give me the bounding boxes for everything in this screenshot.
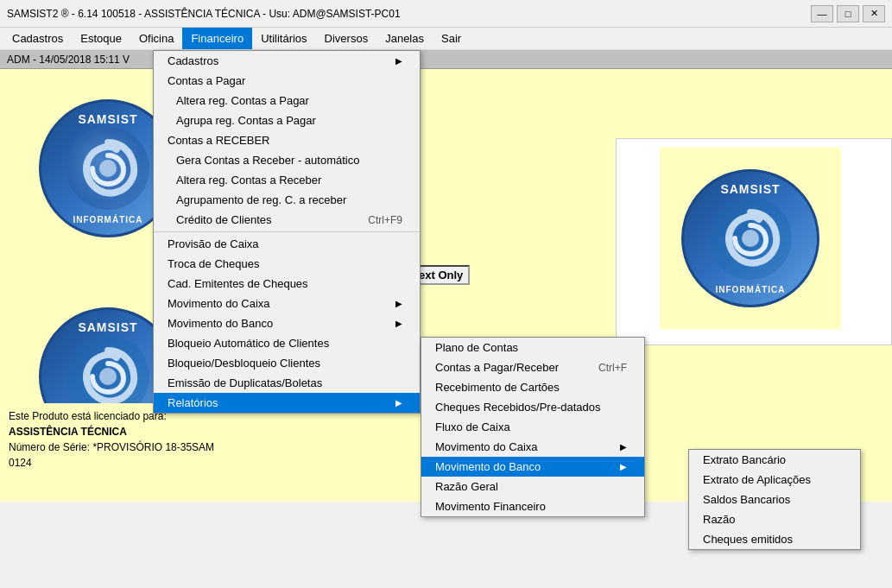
menu-credito-clientes[interactable]: Crédito de Clientes Ctrl+F9: [154, 210, 420, 230]
menu-fluxo-caixa[interactable]: Fluxo de Caixa: [421, 417, 644, 437]
relatorios-submenu: Plano de Contas Contas a Pagar/Receber C…: [421, 337, 645, 517]
menu-bloqueio-auto[interactable]: Bloqueio Automático de Clientes: [154, 333, 420, 353]
adm-status-bar: ADM - 14/05/2018 15:11 V: [0, 50, 892, 69]
menu-altera-contas-receber[interactable]: Altera reg. Contas a Receber: [154, 170, 420, 190]
menu-altera-contas-pagar[interactable]: Altera reg. Contas a Pagar: [154, 91, 420, 111]
menu-sair[interactable]: Sair: [433, 28, 470, 49]
svg-point-5: [99, 368, 117, 385]
menu-estoque[interactable]: Estoque: [72, 28, 130, 49]
menu-relatorios[interactable]: Relatórios ▶: [154, 393, 420, 413]
menu-cadastros-sub[interactable]: Cadastros ▶: [154, 51, 420, 71]
menu-agrupa-contas-pagar[interactable]: Agrupa reg. Contas a Pagar: [154, 111, 420, 130]
menu-contas-pagar-receber[interactable]: Contas a Pagar/Receber Ctrl+F: [421, 357, 644, 377]
logo-top-text: SAMSIST: [78, 112, 137, 126]
menu-recebimento-cartoes[interactable]: Recebimento de Cartões: [421, 377, 644, 397]
arrow-icon-caixa: ▶: [395, 299, 402, 308]
logo-circle-top-right: SAMSIST INFORMÁTICA: [681, 169, 819, 307]
menu-extrato-bancario[interactable]: Extrato Bancário: [689, 450, 860, 470]
menu-gera-contas-receber[interactable]: Gera Contas a Receber - automático: [154, 150, 420, 170]
menu-bar: Cadastros Estoque Oficina Financeiro Uti…: [0, 28, 892, 50]
arrow-icon-caixa-rel: ▶: [620, 442, 627, 452]
logo-top-text-right: SAMSIST: [720, 182, 780, 196]
info-line-3: Número de Série: *PROVISÓRIO 18-35SAM 01…: [9, 439, 233, 471]
logo-swirl-right-icon: [707, 195, 794, 281]
menu-razao-geral[interactable]: Razão Geral: [421, 477, 644, 496]
header-contas-pagar: Contas a Pagar: [154, 71, 420, 91]
right-panel: SAMSIST INFORMÁTICA: [616, 138, 892, 345]
menu-provisao-caixa[interactable]: Provisão de Caixa: [154, 234, 420, 254]
menu-diversos[interactable]: Diversos: [316, 28, 377, 49]
menu-utilitarios[interactable]: Utilitários: [252, 28, 315, 49]
info-line-2: ASSISTÊNCIA TÉCNICA: [9, 424, 233, 439]
arrow-icon-relatorios: ▶: [395, 398, 402, 408]
menu-mov-caixa-rel[interactable]: Movimento do Caixa ▶: [421, 437, 644, 457]
menu-mov-banco-rel[interactable]: Movimento do Banco ▶: [421, 457, 644, 477]
logo-swirl-icon: [65, 125, 151, 212]
arrow-icon-banco-rel: ▶: [620, 462, 627, 471]
menu-janelas[interactable]: Janelas: [376, 28, 433, 49]
arrow-icon-banco: ▶: [395, 319, 402, 328]
menu-bloqueio-des[interactable]: Bloqueio/Desbloqueio Clientes: [154, 353, 420, 373]
menu-razao[interactable]: Razão: [689, 509, 860, 529]
maximize-button[interactable]: □: [837, 5, 859, 22]
menu-financeiro[interactable]: Financeiro: [182, 28, 252, 49]
logo-bottom-text-right: INFORMÁTICA: [716, 285, 786, 294]
menu-movimento-banco[interactable]: Movimento do Banco ▶: [154, 313, 420, 333]
window-title: SAMSIST2 ® - 6.14 100518 - ASSISTÊNCIA T…: [7, 8, 401, 20]
menu-agrupamento-reg[interactable]: Agrupamento de reg. C. a receber: [154, 190, 420, 210]
bottom-info-panel: Este Produto está licenciado para: ASSIS…: [0, 403, 242, 476]
menu-movimento-caixa[interactable]: Movimento do Caixa ▶: [154, 294, 420, 313]
menu-cheques-emitidos[interactable]: Cheques emitidos: [689, 529, 860, 549]
menu-troca-cheques[interactable]: Troca de Cheques: [154, 254, 420, 274]
menu-plano-contas[interactable]: Plano de Contas: [421, 338, 644, 357]
text-only-label2: ext Only: [419, 269, 463, 281]
window-controls: — □ ✕: [811, 5, 885, 22]
menu-cadastros[interactable]: Cadastros: [3, 28, 72, 49]
menu-emissao-dup[interactable]: Emissão de Duplicatas/Boletas: [154, 373, 420, 393]
svg-point-1: [99, 160, 117, 177]
header-contas-receber: Contas a RECEBER: [154, 130, 420, 150]
minimize-button[interactable]: —: [811, 5, 833, 22]
logo-top-right: SAMSIST INFORMÁTICA: [660, 148, 841, 329]
adm-status-text: ADM - 14/05/2018 15:11 V: [7, 54, 130, 66]
logo-bottom-text: INFORMÁTICA: [73, 215, 143, 224]
banco-submenu: Extrato Bancário Extrato de Aplicações S…: [688, 449, 861, 550]
logo-top-text-bottom: SAMSIST: [78, 320, 137, 334]
menu-cad-emitentes[interactable]: Cad. Emitentes de Cheques: [154, 274, 420, 294]
menu-cheques-recebidos[interactable]: Cheques Recebidos/Pre-datados: [421, 397, 644, 417]
separator-1: [154, 231, 420, 232]
close-button[interactable]: ✕: [863, 5, 885, 22]
financeiro-dropdown: Cadastros ▶ Contas a Pagar Altera reg. C…: [153, 50, 421, 414]
arrow-icon: ▶: [395, 56, 402, 66]
svg-point-3: [742, 230, 759, 247]
title-bar: SAMSIST2 ® - 6.14 100518 - ASSISTÊNCIA T…: [0, 0, 892, 28]
menu-saldos-bancarios[interactable]: Saldos Bancarios: [689, 490, 860, 509]
menu-mov-financeiro[interactable]: Movimento Financeiro: [421, 496, 644, 516]
menu-oficina[interactable]: Oficina: [130, 28, 182, 49]
menu-extrato-aplicacoes[interactable]: Extrato de Aplicações: [689, 470, 860, 490]
